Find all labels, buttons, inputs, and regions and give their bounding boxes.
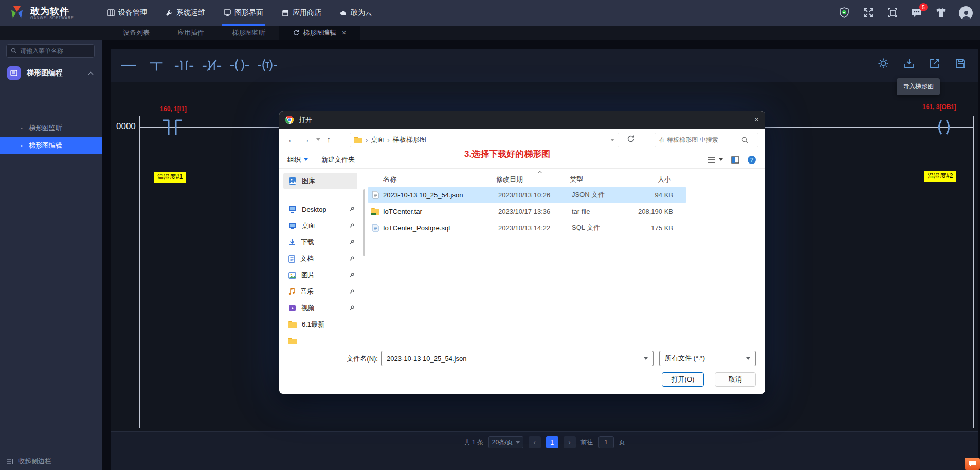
goto-page-input[interactable]: 1 — [598, 436, 614, 448]
add-timer-coil-button[interactable] — [257, 55, 278, 76]
open-button[interactable]: 打开(O) — [662, 372, 704, 387]
fullscreen-icon[interactable] — [862, 7, 875, 19]
folder-icon — [354, 137, 362, 143]
refresh-icon[interactable] — [293, 30, 299, 36]
settings-gear-icon[interactable] — [877, 57, 890, 69]
pagination-bar: 共 1 条 20条/页 ‹ 1 › 前往 1 页 — [111, 436, 978, 448]
dialog-sidebar-item-pictures[interactable]: 图片 — [279, 267, 361, 283]
page-size-select[interactable]: 20条/页 — [488, 436, 523, 448]
dialog-sidebar-item-documents[interactable]: 文档 — [279, 250, 361, 267]
prev-page-button[interactable]: ‹ — [529, 436, 541, 448]
help-icon[interactable]: ? — [748, 156, 756, 164]
pin-icon[interactable] — [349, 207, 354, 212]
add-nc-contact-button[interactable] — [202, 55, 222, 76]
no-contact-element[interactable] — [156, 118, 188, 137]
column-header-name[interactable]: 名称 — [368, 175, 496, 184]
tab-app-plugins[interactable]: 应用插件 — [164, 26, 218, 40]
user-avatar[interactable] — [959, 6, 973, 20]
tab-device-list[interactable]: 设备列表 — [109, 26, 164, 40]
menu-search-input[interactable] — [20, 47, 87, 55]
menu-search[interactable] — [6, 44, 95, 58]
pin-icon[interactable] — [349, 223, 354, 228]
column-header-size[interactable]: 大小 — [625, 175, 671, 184]
column-header-type[interactable]: 类型 — [570, 175, 625, 184]
breadcrumb-separator: › — [366, 136, 368, 144]
sidebar-group-ladder-programming[interactable]: 梯形图编程 — [0, 63, 102, 83]
import-ladder-icon[interactable] — [903, 57, 915, 69]
tab-ladder-editor[interactable]: 梯形图编辑 × — [279, 26, 360, 40]
dialog-close-icon[interactable]: × — [754, 115, 759, 124]
pin-icon[interactable] — [349, 305, 354, 311]
collapse-sidebar-button[interactable]: 收起侧边栏 — [0, 457, 102, 466]
sidebar-item-ladder-editor[interactable]: 梯形图编辑 — [0, 137, 102, 154]
dialog-search-input[interactable] — [659, 136, 741, 143]
nav-system-ops[interactable]: 系统运维 — [166, 0, 205, 26]
file-row-tar[interactable]: IoTCenter.tar 2023/10/17 13:36 tar file … — [368, 204, 686, 219]
breadcrumb-folder[interactable]: 样板梯形图 — [393, 135, 426, 144]
logo-subtitle: GANWEI SOFTWARE — [30, 16, 74, 20]
dialog-sidebar-item-6-1-latest[interactable]: 6.1最新 — [279, 316, 361, 333]
back-arrow-icon[interactable]: ← — [287, 135, 296, 144]
save-icon[interactable] — [954, 57, 967, 69]
history-chevron-icon[interactable] — [316, 138, 320, 141]
capture-frame-icon[interactable] — [886, 7, 899, 19]
add-vertical-line-button[interactable] — [146, 55, 167, 76]
tab-close-icon[interactable]: × — [342, 29, 346, 37]
add-coil-button[interactable] — [229, 55, 250, 76]
file-row-sql[interactable]: IoTCenter_Postgre.sql 2023/10/13 14:22 S… — [368, 220, 686, 236]
pin-icon[interactable] — [349, 240, 354, 245]
column-header-date[interactable]: 修改日期 — [496, 175, 570, 184]
dialog-sidebar-item-music[interactable]: 音乐 — [279, 283, 361, 300]
view-mode-button[interactable] — [707, 156, 723, 164]
nav-graphic-interface[interactable]: 图形界面 — [224, 0, 263, 26]
dialog-sidebar-item-desktop-en[interactable]: Desktop — [279, 201, 361, 218]
monitor-icon — [224, 9, 231, 16]
next-page-button[interactable]: › — [564, 436, 576, 448]
dialog-sidebar-item-gallery[interactable]: 图库 — [283, 173, 357, 189]
tab-label: 梯形图监听 — [232, 28, 265, 38]
refresh-icon[interactable] — [627, 135, 635, 144]
messages-icon[interactable]: 5 — [911, 7, 923, 19]
new-folder-label: 新建文件夹 — [321, 155, 355, 165]
dialog-sidebar-item-videos[interactable]: 视频 — [279, 300, 361, 316]
up-arrow-icon[interactable]: ↑ — [326, 135, 331, 144]
file-row-json[interactable]: 2023-10-13 10_25_54.json 2023/10/13 10:2… — [368, 187, 686, 203]
sidebar-scrollbar[interactable] — [363, 189, 365, 256]
forward-arrow-icon[interactable]: → — [302, 135, 310, 144]
add-no-contact-button[interactable] — [174, 55, 194, 76]
security-shield-icon[interactable] — [838, 7, 850, 19]
pin-icon[interactable] — [349, 273, 354, 278]
sidebar-item-ladder-monitor[interactable]: 梯形图监听 — [0, 119, 102, 137]
floating-chat-widget[interactable] — [965, 458, 980, 470]
pin-icon[interactable] — [349, 289, 354, 294]
dialog-sidebar-item-downloads[interactable]: 下载 — [279, 234, 361, 250]
nav-ganwei-cloud[interactable]: 敢为云 — [340, 0, 372, 26]
address-chevron-icon[interactable] — [610, 139, 614, 141]
preview-pane-button[interactable] — [731, 156, 739, 164]
contact-tag[interactable]: 温湿度#1 — [154, 172, 186, 183]
cancel-button[interactable]: 取消 — [715, 372, 756, 387]
export-ladder-icon[interactable] — [929, 57, 941, 69]
file-type: SQL 文件 — [572, 223, 627, 232]
json-file-icon — [368, 191, 383, 199]
dialog-title-bar[interactable]: 打开 × — [279, 111, 765, 129]
dialog-sidebar-item-desktop[interactable]: 桌面 — [279, 218, 361, 234]
filename-combobox[interactable]: 2023-10-13 10_25_54.json — [381, 351, 654, 366]
coil-tag[interactable]: 温湿度#2 — [924, 171, 956, 182]
nav-app-store[interactable]: 应用商店 — [282, 0, 321, 26]
file-open-dialog: 打开 × ← → ↑ › 桌面 › 样板梯形图 组织 新建文件夹 — [279, 111, 765, 394]
theme-shirt-icon[interactable] — [935, 7, 947, 19]
add-horizontal-line-button[interactable] — [118, 55, 139, 76]
new-folder-button[interactable]: 新建文件夹 — [321, 155, 355, 165]
dialog-sidebar-item-partial[interactable] — [279, 333, 361, 344]
tab-ladder-monitor[interactable]: 梯形图监听 — [218, 26, 279, 40]
filetype-combobox[interactable]: 所有文件 (*.*) — [659, 351, 756, 366]
organize-button[interactable]: 组织 — [287, 155, 308, 165]
nav-device-management[interactable]: 设备管理 — [107, 0, 147, 26]
current-page-button[interactable]: 1 — [546, 436, 558, 448]
dialog-search-box[interactable] — [655, 133, 758, 147]
breadcrumb-desktop[interactable]: 桌面 — [371, 135, 384, 144]
address-bar[interactable]: › 桌面 › 样板梯形图 — [350, 133, 619, 147]
pin-icon[interactable] — [349, 256, 354, 261]
coil-element[interactable] — [933, 118, 955, 137]
